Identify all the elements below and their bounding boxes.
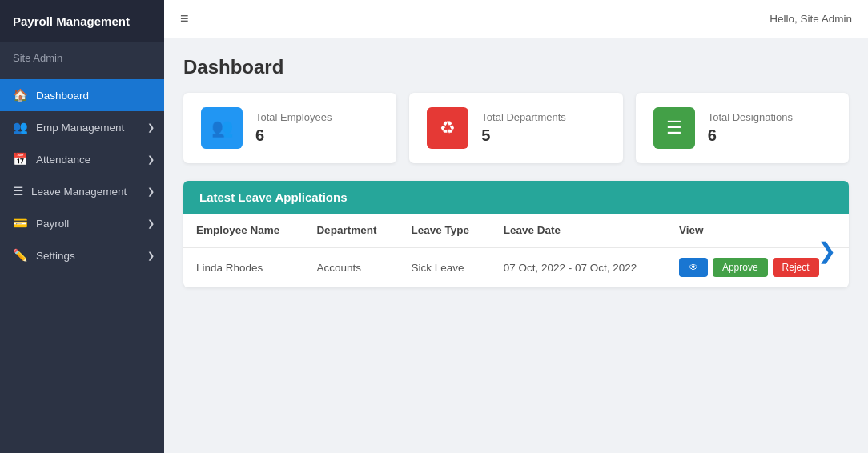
sidebar: Payroll Management Site Admin 🏠 Dashboar…	[0, 0, 164, 453]
table-next-arrow[interactable]: ❯	[811, 235, 842, 267]
approve-button[interactable]: Approve	[713, 258, 768, 277]
sidebar-item-attendance[interactable]: 📅 Attendance ❯	[0, 143, 164, 175]
sidebar-item-label: Settings	[36, 250, 75, 262]
main-area: ≡ Hello, Site Admin Dashboard 👥 Total Em…	[164, 0, 868, 453]
col-leave-type: Leave Type	[398, 214, 490, 247]
card-total-departments: ♻ Total Departments 5	[409, 93, 622, 163]
sidebar-item-payroll[interactable]: 💳 Payroll ❯	[0, 207, 164, 239]
card-value-departments: 5	[481, 126, 566, 145]
page-title: Dashboard	[183, 56, 849, 78]
list-icon: ☰	[13, 184, 23, 198]
sidebar-item-emp-management[interactable]: 👥 Emp Management ❯	[0, 111, 164, 143]
col-department: Department	[303, 214, 398, 247]
col-leave-date: Leave Date	[491, 214, 666, 247]
view-button[interactable]: 👁	[679, 258, 708, 277]
topbar-user-greeting: Hello, Site Admin	[770, 13, 852, 25]
departments-icon: ♻	[427, 107, 468, 149]
sidebar-item-label: Leave Management	[31, 186, 127, 198]
col-employee-name: Employee Name	[183, 214, 303, 247]
cell-department: Accounts	[303, 247, 398, 287]
chevron-right-icon: ❯	[147, 186, 155, 197]
sidebar-item-settings[interactable]: ✏️ Settings ❯	[0, 239, 164, 271]
chevron-right-icon: ❯	[147, 154, 155, 165]
settings-icon: ✏️	[13, 248, 28, 263]
leave-section-header: Latest Leave Applications	[183, 181, 849, 214]
sidebar-item-label: Payroll	[36, 218, 69, 230]
card-value-designations: 6	[708, 126, 793, 145]
card-label-employees: Total Employees	[255, 111, 332, 123]
sidebar-brand: Payroll Management	[0, 0, 164, 42]
calendar-icon: 📅	[13, 152, 28, 166]
cell-employee-name: Linda Rhodes	[183, 247, 303, 287]
cell-leave-type: Sick Leave	[398, 247, 490, 287]
card-total-employees: 👥 Total Employees 6	[183, 93, 396, 163]
sidebar-user-label: Site Admin	[0, 42, 164, 74]
hamburger-icon[interactable]: ≡	[180, 10, 189, 27]
sidebar-item-leave-management[interactable]: ☰ Leave Management ❯	[0, 175, 164, 207]
card-info-employees: Total Employees 6	[255, 111, 332, 145]
sidebar-item-label: Emp Management	[36, 122, 124, 134]
chevron-right-icon: ❯	[147, 251, 155, 261]
content-area: Dashboard 👥 Total Employees 6 ♻ Total De…	[164, 38, 868, 453]
leave-applications-table: Employee Name Department Leave Type Leav…	[183, 214, 849, 287]
sidebar-item-dashboard[interactable]: 🏠 Dashboard	[0, 79, 164, 111]
sidebar-item-label: Attendance	[36, 154, 90, 166]
employees-icon: 👥	[201, 107, 243, 149]
card-info-designations: Total Designations 6	[708, 111, 793, 145]
leave-table-wrapper: Employee Name Department Leave Type Leav…	[183, 214, 849, 287]
payroll-icon: 💳	[13, 216, 28, 231]
summary-cards: 👥 Total Employees 6 ♻ Total Departments …	[183, 93, 849, 163]
users-icon: 👥	[13, 120, 28, 134]
chevron-right-icon: ❯	[147, 218, 155, 229]
card-info-departments: Total Departments 5	[481, 111, 566, 145]
sidebar-nav: 🏠 Dashboard 👥 Emp Management ❯ 📅 Attenda…	[0, 74, 164, 453]
cell-leave-date: 07 Oct, 2022 - 07 Oct, 2022	[491, 247, 666, 287]
chevron-right-icon: ❯	[147, 122, 155, 133]
designations-icon: ☰	[653, 107, 695, 149]
card-value-employees: 6	[255, 126, 332, 145]
sidebar-item-label: Dashboard	[36, 90, 89, 102]
home-icon: 🏠	[13, 88, 28, 102]
table-row: Linda Rhodes Accounts Sick Leave 07 Oct,…	[183, 247, 849, 287]
card-label-departments: Total Departments	[481, 111, 566, 123]
card-total-designations: ☰ Total Designations 6	[636, 93, 849, 163]
card-label-designations: Total Designations	[708, 111, 793, 123]
leave-applications-section: Latest Leave Applications Employee Name …	[183, 181, 849, 287]
topbar: ≡ Hello, Site Admin	[164, 0, 868, 38]
